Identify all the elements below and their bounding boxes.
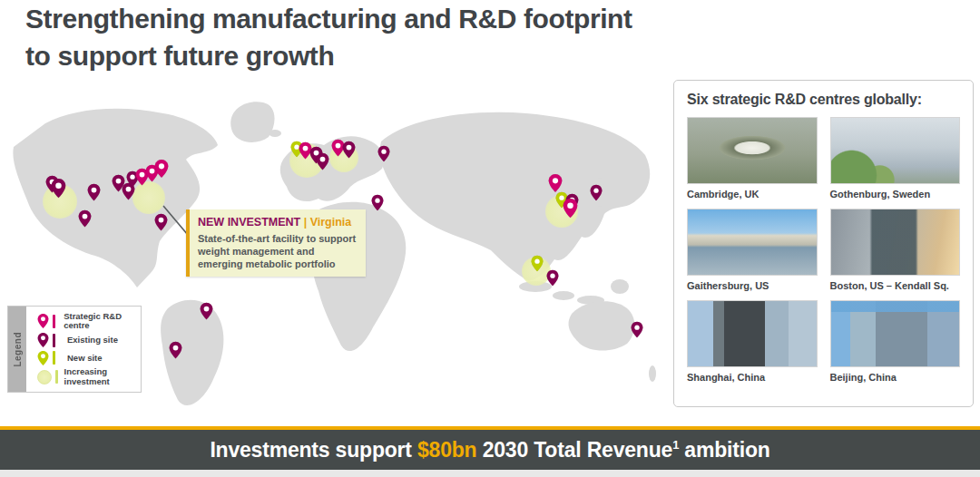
existing-site-pin	[631, 321, 643, 342]
new-site-pin	[531, 255, 544, 276]
existing-site-pin	[87, 183, 101, 205]
photo-gothenburg-sweden	[830, 117, 961, 184]
existing-site-pin	[200, 302, 213, 324]
site-caption: Beijing, China	[830, 372, 961, 383]
banner-prefix: Investments support	[210, 438, 417, 462]
legend-item-strategic: Strategic R&D centre	[37, 312, 137, 331]
site-caption: Cambridge, UK	[687, 189, 818, 200]
strategic-site-pin	[154, 159, 169, 182]
legend-color-bar	[55, 370, 58, 384]
existing-site-pin	[51, 178, 66, 202]
rd-centres-panel: Six strategic R&D centres globally: Camb…	[673, 80, 974, 407]
panel-title: Six strategic R&D centres globally:	[687, 92, 960, 108]
site-card-shanghai: Shanghai, China	[687, 300, 818, 383]
increasing-investment-circle	[37, 370, 52, 385]
photo-beijing-china	[830, 300, 961, 367]
legend-item-new: New site	[37, 350, 137, 366]
strategic-rd-centre-pin-icon	[37, 313, 57, 329]
existing-site-pin	[342, 141, 356, 162]
legend-items: Strategic R&D centre Existing site New s…	[26, 307, 141, 392]
legend-item-label: Existing site	[67, 336, 118, 345]
legend-title-strip: Legend	[8, 307, 26, 392]
increasing-investment-circle-icon	[37, 370, 58, 385]
slide-title-line1: Strengthening manufacturing and R&D foot…	[25, 0, 842, 37]
site-caption: Gaithersburg, US	[687, 280, 818, 291]
site-card-boston: Boston, US – Kendall Sq.	[830, 209, 961, 291]
new-site-pin-icon	[37, 350, 61, 366]
site-caption: Shanghai, China	[687, 372, 818, 383]
slide-title: Strengthening manufacturing and R&D foot…	[25, 0, 842, 75]
legend-color-bar	[53, 334, 55, 347]
existing-site-pin	[78, 209, 92, 231]
existing-site-pin	[377, 145, 390, 166]
strategic-site-pin	[563, 198, 578, 222]
banner-suffix: ambition	[679, 438, 769, 462]
photo-gaithersburg-us	[687, 209, 818, 276]
legend-item-label: Strategic R&D centre	[64, 312, 137, 331]
existing-site-pin	[546, 269, 559, 290]
callout-body-text: State-of-the-art facility to support wei…	[198, 232, 358, 270]
slide-title-line2: to support future growth	[25, 37, 842, 74]
callout-location: Virginia	[310, 216, 352, 229]
site-caption: Gothenburg, Sweden	[830, 189, 961, 200]
legend-item-existing: Existing site	[37, 332, 137, 348]
legend-item-increasing: Increasing investment	[37, 367, 137, 386]
existing-site-pin	[169, 341, 182, 363]
legend-title: Legend	[13, 332, 23, 367]
existing-site-pin	[371, 194, 384, 215]
photo-cambridge-uk	[687, 117, 818, 184]
banner-mid: 2030 Total Revenue	[476, 438, 672, 462]
legend-color-bar	[53, 315, 55, 328]
site-card-gaithersburg: Gaithersburg, US	[687, 209, 818, 291]
site-caption: Boston, US – Kendall Sq.	[830, 280, 961, 291]
site-card-cambridge: Cambridge, UK	[687, 117, 818, 200]
existing-site-pin-icon	[37, 332, 61, 348]
new-investment-callout: NEW INVESTMENT | Virginia State-of-the-a…	[186, 209, 366, 277]
legend-color-bar	[53, 351, 55, 365]
legend-item-label: New site	[67, 354, 103, 363]
existing-site-pin	[590, 184, 603, 205]
site-card-gothenburg: Gothenburg, Sweden	[830, 117, 961, 200]
photo-shanghai-china	[687, 300, 818, 367]
photo-boston-kendall-sq	[830, 209, 961, 276]
rd-centres-grid: Cambridge, UK Gothenburg, Sweden Gaither…	[687, 117, 960, 383]
site-card-beijing: Beijing, China	[830, 300, 961, 383]
existing-site-pin	[316, 152, 329, 174]
banner-highlight: $80bn	[417, 438, 476, 462]
legend-item-label: Increasing investment	[64, 367, 138, 386]
callout-separator: |	[300, 216, 309, 229]
revenue-ambition-banner: Investments support $80bn 2030 Total Rev…	[0, 426, 980, 470]
bottom-gray-strip	[0, 470, 980, 477]
existing-site-pin	[154, 213, 168, 235]
map-legend: Legend Strategic R&D centre Existing sit…	[7, 306, 142, 393]
banner-text: Investments support $80bn 2030 Total Rev…	[210, 438, 769, 462]
callout-label: NEW INVESTMENT	[198, 216, 300, 229]
callout-heading: NEW INVESTMENT | Virginia	[198, 216, 358, 229]
